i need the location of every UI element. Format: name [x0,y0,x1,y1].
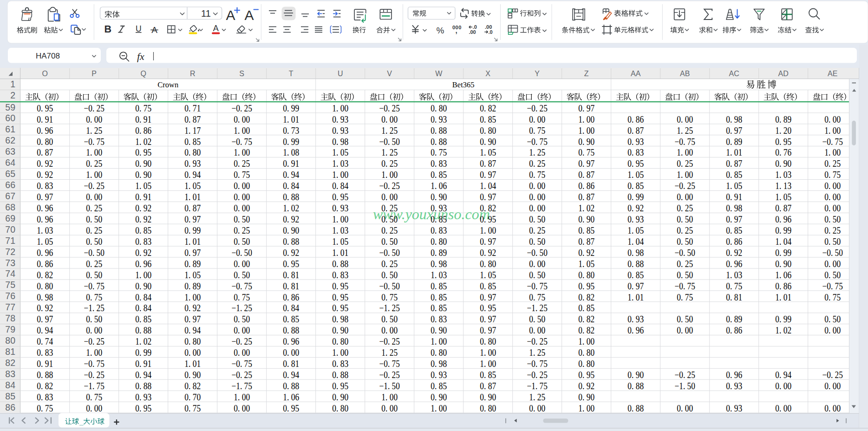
svg-text:0. 86: 0. 86 [578,180,594,191]
svg-text:1. 00: 1. 00 [234,125,250,136]
svg-text:0. 81: 0. 81 [283,269,299,281]
svg-text:0. 85: 0. 85 [184,136,201,147]
svg-text:0. 95: 0. 95 [775,136,791,147]
svg-text:0. 90: 0. 90 [283,225,299,236]
svg-text:0. 50: 0. 50 [529,214,545,225]
svg-text:A: A [213,24,219,33]
svg-text:0. 00: 0. 00 [234,114,250,125]
svg-text:0. 81: 0. 81 [726,292,742,303]
svg-text:0. 00: 0. 00 [529,114,545,125]
svg-text:0. 94: 0. 94 [283,169,299,180]
svg-text:0. 82: 0. 82 [578,313,594,325]
svg-text:0. 98: 0. 98 [332,313,348,325]
svg-text:0. 25: 0. 25 [824,225,841,236]
svg-text:0. 87: 0. 87 [184,202,201,214]
svg-text:0. 80: 0. 80 [578,358,594,369]
svg-text:0. 25: 0. 25 [381,202,398,214]
svg-text:1. 02: 1. 02 [283,202,299,214]
svg-text:0. 71: 0. 71 [184,103,201,114]
svg-text:0. 50: 0. 50 [529,236,545,247]
svg-text:−0. 75: −0. 75 [231,358,252,369]
svg-text:0. 00: 0. 00 [677,325,693,336]
svg-text:.0: .0 [489,29,493,35]
svg-text:−0. 25: −0. 25 [527,103,548,114]
svg-text:0. 83: 0. 83 [431,225,447,236]
svg-text:0. 90: 0. 90 [332,325,348,336]
svg-text:0. 75: 0. 75 [677,292,693,303]
svg-text:−0. 50: −0. 50 [822,247,843,258]
svg-text:−0. 25: −0. 25 [231,103,252,114]
svg-text:0. 75: 0. 75 [234,292,250,303]
svg-text:0. 75: 0. 75 [529,125,545,136]
svg-text:0. 75: 0. 75 [726,281,742,292]
svg-text:1. 00: 1. 00 [381,392,398,403]
svg-text:0. 83: 0. 83 [37,392,53,403]
svg-text:0. 25: 0. 25 [86,258,102,269]
svg-text:0. 95: 0. 95 [332,191,348,202]
svg-text:0. 95: 0. 95 [332,302,348,313]
svg-text:0. 00: 0. 00 [86,403,102,414]
svg-text:0. 00: 0. 00 [775,403,791,414]
svg-text:−1. 75: −1. 75 [84,380,104,392]
svg-text:1. 04: 1. 04 [627,236,644,247]
svg-text:0. 00: 0. 00 [824,403,841,414]
svg-text:0. 85: 0. 85 [480,281,496,292]
svg-text:1: 1 [10,79,15,89]
svg-text:0. 91: 0. 91 [37,358,53,369]
svg-text:0. 98: 0. 98 [332,136,348,147]
svg-text:1. 01: 1. 01 [726,147,742,158]
svg-text:77: 77 [5,302,15,312]
svg-text:0. 92: 0. 92 [726,247,742,258]
svg-text:T: T [289,70,294,78]
svg-text:1. 04: 1. 04 [775,236,791,247]
svg-text:−0. 50: −0. 50 [379,281,400,292]
svg-text:0. 85: 0. 85 [578,225,594,236]
svg-text:0. 50: 0. 50 [234,269,250,281]
svg-text:0. 85: 0. 85 [431,380,447,392]
svg-text:1. 06: 1. 06 [283,392,299,403]
svg-text:Z: Z [584,70,589,78]
svg-text:0. 25: 0. 25 [677,258,693,269]
svg-text:0. 87: 0. 87 [726,158,742,169]
svg-text:0. 95: 0. 95 [135,147,151,158]
svg-text:0. 96: 0. 96 [283,336,299,347]
svg-text:0. 25: 0. 25 [677,158,693,169]
svg-text:0. 85: 0. 85 [135,313,151,325]
svg-text:0. 00: 0. 00 [86,325,102,336]
svg-text:1. 01: 1. 01 [184,191,201,202]
svg-text:0. 00: 0. 00 [86,114,102,125]
svg-text:0. 50: 0. 50 [824,313,841,325]
svg-text:0. 97: 0. 97 [480,292,496,303]
svg-text:0. 85: 0. 85 [431,214,447,225]
svg-text:0. 97: 0. 97 [480,191,496,202]
svg-text:0. 25: 0. 25 [529,225,545,236]
svg-text:0. 93: 0. 93 [431,202,447,214]
svg-text:0. 75: 0. 75 [824,292,841,303]
svg-text:1. 05: 1. 05 [184,269,201,281]
svg-text:0. 50: 0. 50 [234,214,250,225]
svg-text:0. 80: 0. 80 [37,281,53,292]
svg-text:A: A [245,7,254,23]
svg-text:1. 00: 1. 00 [578,336,594,347]
svg-text:84: 84 [5,380,15,390]
svg-text:1. 05: 1. 05 [184,180,201,191]
svg-text:0. 90: 0. 90 [775,258,791,269]
svg-text:0. 88: 0. 88 [627,258,644,269]
svg-text:0. 90: 0. 90 [578,214,594,225]
svg-text:0. 92: 0. 92 [184,302,201,313]
svg-text:0. 50: 0. 50 [677,313,693,325]
svg-text:0. 82: 0. 82 [37,269,53,281]
svg-text:1. 25: 1. 25 [381,147,398,158]
svg-text:1. 00: 1. 00 [578,114,594,125]
svg-text:0. 93: 0. 93 [431,114,447,125]
svg-text:0. 86: 0. 86 [726,236,742,247]
svg-text:0. 25: 0. 25 [677,225,693,236]
svg-text:0. 87: 0. 87 [578,236,594,247]
svg-text:1. 03: 1. 03 [775,169,791,180]
svg-text:0. 00: 0. 00 [86,191,102,202]
svg-text:0. 00: 0. 00 [529,180,545,191]
svg-text:0. 50: 0. 50 [381,236,398,247]
svg-text:X: X [485,70,490,78]
svg-text:0. 96: 0. 96 [627,325,644,336]
svg-text:0. 85: 0. 85 [627,269,644,281]
